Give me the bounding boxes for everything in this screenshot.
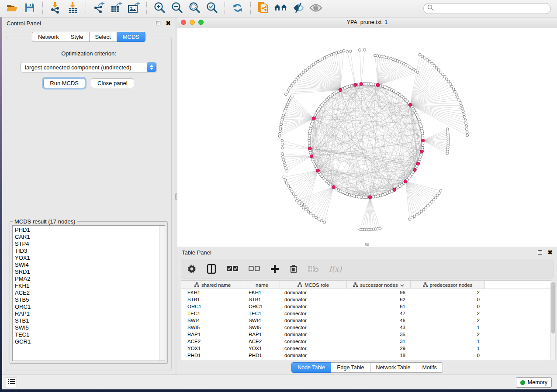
network-hscroll-thumb[interactable] xyxy=(365,243,369,246)
task-history-button[interactable] xyxy=(6,378,17,387)
export-image-button[interactable] xyxy=(126,2,141,16)
export-table-button[interactable] xyxy=(109,2,124,16)
memory-status-icon xyxy=(520,380,525,385)
mcds-node-item[interactable]: SWI5 xyxy=(15,324,159,331)
close-icon[interactable]: ✖ xyxy=(547,250,553,254)
tab-style[interactable]: Style xyxy=(65,32,90,42)
mcds-node-item[interactable]: SWI4 xyxy=(15,261,159,268)
open-file-button[interactable] xyxy=(5,2,20,16)
criterion-dropdown[interactable]: largest connected component (undirected) xyxy=(21,62,157,72)
mcds-node-item[interactable]: TID3 xyxy=(15,248,159,254)
mcds-node-item[interactable]: ORC1 xyxy=(15,303,159,310)
clone-network-button[interactable] xyxy=(256,2,271,16)
clone-network-icon xyxy=(258,1,269,16)
toolbar-separator xyxy=(42,2,43,15)
network-canvas[interactable] xyxy=(177,28,557,247)
tab-network[interactable]: Network xyxy=(32,32,65,42)
function-builder-icon: f(x) xyxy=(329,265,342,273)
zoom-selected-button[interactable] xyxy=(204,2,219,16)
memory-label: Memory xyxy=(528,379,547,385)
close-panel-button[interactable]: Close panel xyxy=(91,78,134,88)
table-row[interactable]: ORC1ORC1dominator610 xyxy=(181,303,551,310)
settings-gear-icon[interactable] xyxy=(187,265,196,273)
column-header-successors[interactable]: successor nodes xyxy=(347,281,411,289)
delete-column-icon[interactable] xyxy=(290,264,298,273)
mcds-node-item[interactable]: SRD1 xyxy=(15,268,159,275)
export-network-icon xyxy=(93,2,105,16)
table-row[interactable]: SWI4SWI4dominator462 xyxy=(181,317,551,324)
mcds-node-item[interactable]: STB1 xyxy=(15,317,159,324)
table-row[interactable]: TEC1TEC1connector472 xyxy=(181,310,551,317)
network-graph[interactable] xyxy=(177,28,557,247)
dropdown-stepper-icon xyxy=(147,62,156,72)
run-mcds-button[interactable]: Run MCDS xyxy=(43,78,85,88)
column-header-role[interactable]: MCDS role xyxy=(280,281,347,289)
save-session-button[interactable] xyxy=(22,2,37,16)
mcds-node-item[interactable]: STB5 xyxy=(15,296,159,303)
search-box[interactable] xyxy=(423,3,551,14)
select-all-checks-icon[interactable] xyxy=(227,266,238,272)
mcds-node-item[interactable]: GCR1 xyxy=(15,338,159,345)
show-eye-button[interactable] xyxy=(308,2,323,16)
column-header-predecessors[interactable]: predecessor nodes xyxy=(411,281,485,289)
zoom-in-button[interactable] xyxy=(152,2,167,16)
cell-role: dominator xyxy=(280,289,347,296)
table-row[interactable]: SWI5SWI5connector431 xyxy=(181,324,551,331)
column-header-shared_name[interactable]: shared name xyxy=(181,281,244,289)
cell-successors: 96 xyxy=(347,289,411,296)
table-vscroll-thumb[interactable] xyxy=(551,282,555,334)
deselect-all-checks-icon[interactable] xyxy=(249,266,260,272)
mcds-node-item[interactable]: FKH1 xyxy=(15,282,159,289)
mcds-node-item[interactable]: PMA2 xyxy=(15,275,159,282)
cell-predecessors: 0 xyxy=(411,296,485,303)
mcds-node-item[interactable]: STP4 xyxy=(15,241,159,248)
table-row[interactable]: RAP1RAP1dominator352 xyxy=(181,331,551,338)
column-header-name[interactable]: name xyxy=(244,281,280,289)
table-tab-edge-table[interactable]: Edge Table xyxy=(331,362,370,373)
cell-role: connector xyxy=(280,310,347,317)
mcds-node-item[interactable]: PHD1 xyxy=(15,227,159,234)
table-row[interactable]: PHD1PHD1dominator180 xyxy=(181,352,551,359)
mcds-node-item[interactable]: TEC1 xyxy=(15,331,159,338)
add-column-icon[interactable] xyxy=(270,265,279,273)
table-row[interactable]: STB1STB1dominator620 xyxy=(181,296,551,303)
status-bar: Memory xyxy=(0,375,557,389)
hide-style-button[interactable] xyxy=(291,2,306,16)
mcds-node-item[interactable]: ACE2 xyxy=(15,289,159,296)
control-panel-tabs: NetworkStyleSelectMCDS xyxy=(32,32,145,42)
table-tab-motifs[interactable]: Motifs xyxy=(416,362,443,373)
table-tab-network-table[interactable]: Network Table xyxy=(370,362,417,373)
tab-select[interactable]: Select xyxy=(89,32,117,42)
network-titlebar[interactable]: YPA_prune.txt_1 xyxy=(177,17,557,28)
mcds-list-scrollbar[interactable] xyxy=(159,226,165,361)
import-table-button[interactable] xyxy=(66,2,80,16)
import-network-button[interactable] xyxy=(48,2,63,16)
mcds-node-item[interactable]: CAR1 xyxy=(15,234,159,241)
export-network-button[interactable] xyxy=(91,2,106,16)
show-columns-icon[interactable] xyxy=(207,264,216,274)
table-row[interactable]: ACE2ACE2connector311 xyxy=(181,338,551,345)
network-title: YPA_prune.txt_1 xyxy=(177,19,557,25)
refresh-layout-button[interactable] xyxy=(230,2,245,16)
table-tab-node-table[interactable]: Node Table xyxy=(291,362,331,373)
column-type-icon xyxy=(353,282,358,288)
zoom-out-button[interactable] xyxy=(170,2,184,16)
memory-button[interactable]: Memory xyxy=(516,377,552,388)
zoom-fit-button[interactable] xyxy=(187,2,202,16)
import-network-icon xyxy=(50,2,61,16)
table-row[interactable]: FKH1FKH1dominator962 xyxy=(181,289,551,296)
float-window-icon[interactable] xyxy=(156,21,160,25)
tab-mcds[interactable]: MCDS xyxy=(117,32,145,42)
mcds-node-item[interactable]: RAP1 xyxy=(15,310,159,317)
table-vscrollbar[interactable] xyxy=(550,281,556,361)
home-mcds-button[interactable] xyxy=(273,2,288,16)
cell-predecessors: 1 xyxy=(411,338,485,345)
mcds-result-list[interactable]: PHD1CAR1STP4TID3YOX1SWI4SRD1PMA2FKH1ACE2… xyxy=(12,225,165,361)
close-icon[interactable]: ✖ xyxy=(166,21,171,25)
cell-shared_name: ACE2 xyxy=(181,338,244,345)
search-input[interactable] xyxy=(436,6,547,12)
cell-role: connector xyxy=(280,324,347,331)
float-window-icon[interactable] xyxy=(538,250,542,254)
table-row[interactable]: YOX1YOX1connector291 xyxy=(181,345,551,352)
mcds-node-item[interactable]: YOX1 xyxy=(15,254,159,261)
